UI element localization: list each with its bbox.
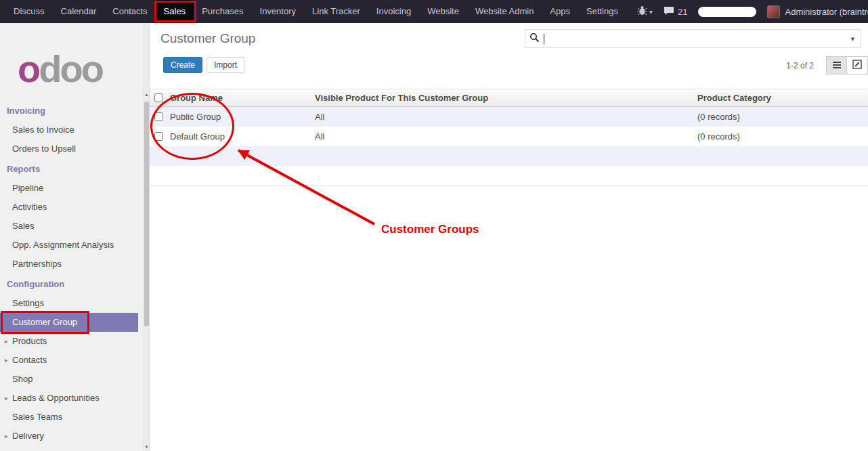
menu-settings[interactable]: Settings xyxy=(578,0,626,23)
empty-row xyxy=(150,146,868,166)
sidebar-item-label: Products xyxy=(12,336,47,346)
odoo-logo: odoo xyxy=(0,23,149,100)
search-bar: ▾ xyxy=(525,29,861,48)
table-body: Public Group All (0 records) Default Gro… xyxy=(150,107,868,186)
sidebar-item-label: Delivery xyxy=(12,431,44,441)
search-dropdown-icon[interactable]: ▾ xyxy=(848,35,856,43)
list-view-icon xyxy=(832,60,842,72)
expand-arrow-icon: ▸ xyxy=(5,351,8,370)
menu-contacts[interactable]: Contacts xyxy=(104,0,155,23)
menu-calendar[interactable]: Calendar xyxy=(53,0,105,23)
select-all-checkbox[interactable] xyxy=(154,93,163,102)
menu-purchases[interactable]: Purchases xyxy=(194,0,251,23)
menu-sales[interactable]: Sales xyxy=(156,0,194,23)
user-menu[interactable]: Administrator (braintree) xyxy=(785,7,868,17)
cell-group-name: Default Group xyxy=(167,131,312,142)
search-input[interactable] xyxy=(546,34,848,44)
logo-text-rest: doo xyxy=(39,47,102,90)
header-visible-product[interactable]: Visible Product For This Customer Group xyxy=(312,93,695,103)
records-table: Group Name Visible Product For This Cust… xyxy=(150,89,868,186)
messages-count: 21 xyxy=(678,7,687,17)
sidebar-item-activities[interactable]: Activities xyxy=(0,198,149,217)
debug-menu[interactable]: ▾ xyxy=(637,5,653,18)
scrollbar-thumb[interactable] xyxy=(144,102,149,326)
sidebar-section-configuration: Configuration xyxy=(0,275,149,294)
menu-inventory[interactable]: Inventory xyxy=(252,0,304,23)
menu-discuss[interactable]: Discuss xyxy=(5,0,53,23)
sidebar-item-customer-group[interactable]: Customer Group xyxy=(0,313,138,332)
sidebar: odoo Invoicing Sales to Invoice Orders t… xyxy=(0,23,149,451)
sidebar-section-reports: Reports xyxy=(0,160,149,179)
main-content: Customer Group ▾ Create Import 1-2 of 2 xyxy=(149,23,868,451)
sidebar-section-invoicing: Invoicing xyxy=(0,102,149,121)
status-pill[interactable] xyxy=(698,7,756,17)
sidebar-scrollbar: ▲ ▼ xyxy=(144,23,149,451)
chevron-down-icon: ▾ xyxy=(649,8,653,16)
create-button[interactable]: Create xyxy=(163,57,202,73)
topbar: Discuss Calendar Contacts Sales Purchase… xyxy=(0,0,868,23)
search-icon xyxy=(529,33,540,45)
chat-bubble-icon xyxy=(664,6,674,18)
sidebar-item-products[interactable]: ▸ Products xyxy=(0,332,149,351)
expand-arrow-icon: ▸ xyxy=(5,427,8,446)
pager: 1-2 of 2 xyxy=(786,61,814,70)
sidebar-item-partnerships[interactable]: Partnerships xyxy=(0,255,149,274)
cell-product-category: (0 records) xyxy=(695,131,868,142)
menu-website[interactable]: Website xyxy=(419,0,467,23)
sidebar-item-delivery[interactable]: ▸ Delivery xyxy=(0,427,149,446)
page-title: Customer Group xyxy=(160,31,255,46)
menu-link-tracker[interactable]: Link Tracker xyxy=(304,0,368,23)
bug-icon xyxy=(637,5,647,18)
action-buttons: Create Import xyxy=(163,57,244,73)
sidebar-item-contacts[interactable]: ▸ Contacts xyxy=(0,351,149,370)
table-header: Group Name Visible Product For This Cust… xyxy=(150,89,868,107)
sidebar-item-pipeline[interactable]: Pipeline xyxy=(0,179,149,198)
sidebar-item-leads-opportunities[interactable]: ▸ Leads & Opportunities xyxy=(0,389,149,408)
topbar-right: ▾ 21 Administrator (braintree) xyxy=(626,5,868,18)
form-view-icon xyxy=(852,60,862,72)
empty-row xyxy=(150,166,868,186)
sidebar-item-sales-to-invoice[interactable]: Sales to Invoice xyxy=(0,121,149,139)
import-button[interactable]: Import xyxy=(207,57,244,73)
sidebar-item-settings[interactable]: Settings xyxy=(0,294,149,313)
expand-arrow-icon: ▸ xyxy=(5,389,8,408)
avatar[interactable] xyxy=(767,5,780,18)
scroll-down-icon[interactable]: ▼ xyxy=(144,444,149,450)
sidebar-item-shop[interactable]: Shop xyxy=(0,370,149,389)
messages-button[interactable]: 21 xyxy=(664,6,687,18)
expand-arrow-icon: ▸ xyxy=(5,332,8,351)
logo-text-first: o xyxy=(18,47,39,90)
scroll-up-icon[interactable]: ▲ xyxy=(144,92,149,98)
sidebar-item-orders-to-upsell[interactable]: Orders to Upsell xyxy=(0,139,149,158)
sidebar-item-label: Contacts xyxy=(12,355,47,365)
menu-website-admin[interactable]: Website Admin xyxy=(467,0,542,23)
cell-visible-product: All xyxy=(312,131,695,142)
text-cursor xyxy=(544,34,544,44)
menu-invoicing[interactable]: Invoicing xyxy=(368,0,419,23)
sidebar-item-sales-teams[interactable]: Sales Teams xyxy=(0,408,149,427)
row-checkbox[interactable] xyxy=(154,112,163,121)
row-checkbox[interactable] xyxy=(154,132,163,141)
cell-group-name: Public Group xyxy=(167,112,312,122)
header-product-category[interactable]: Product Category xyxy=(695,93,868,103)
header-group-name[interactable]: Group Name xyxy=(167,93,312,103)
cell-visible-product: All xyxy=(312,112,695,122)
cell-product-category: (0 records) xyxy=(695,112,868,122)
menu-apps[interactable]: Apps xyxy=(542,0,578,23)
sidebar-item-opp-assignment-analysis[interactable]: Opp. Assignment Analysis xyxy=(0,236,149,255)
table-row-default-group[interactable]: Default Group All (0 records) xyxy=(150,127,868,146)
view-switcher xyxy=(826,56,868,74)
form-view-button[interactable] xyxy=(847,56,868,74)
sidebar-item-sales[interactable]: Sales xyxy=(0,217,149,236)
sidebar-item-label: Leads & Opportunities xyxy=(12,393,100,403)
list-view-button[interactable] xyxy=(826,56,847,74)
table-row-public-group[interactable]: Public Group All (0 records) xyxy=(150,107,868,127)
